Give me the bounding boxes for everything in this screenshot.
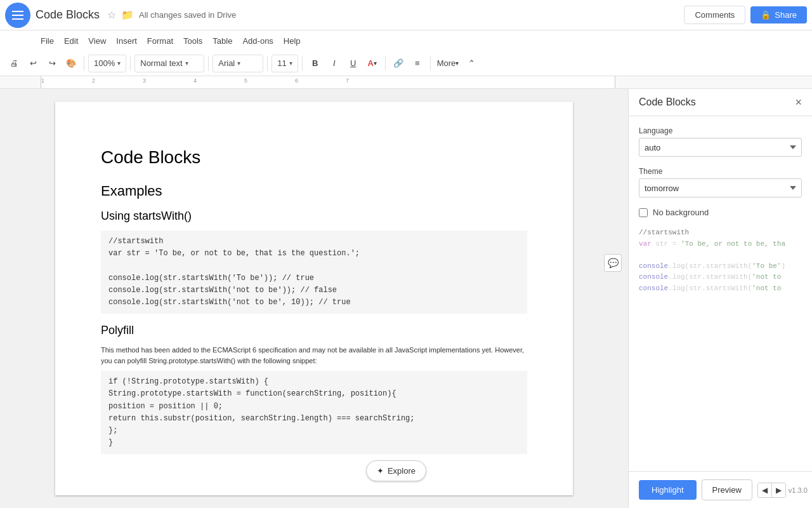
folder-icon[interactable]: 📁 <box>121 9 134 21</box>
language-label: Language <box>639 126 802 135</box>
code-block-1: //startswith var str = 'To be, or not to… <box>101 231 527 314</box>
sidebar-title: Code Blocks <box>639 97 696 108</box>
chevron-down-icon: ▾ <box>455 60 459 67</box>
code-line: String.prototype.startsWith = function(s… <box>108 388 520 400</box>
startswith-heading: Using startsWith() <box>101 210 527 223</box>
list-icon: ≡ <box>415 58 420 68</box>
theme-label: Theme <box>639 167 802 176</box>
menu-view[interactable]: View <box>83 34 111 48</box>
undo-button[interactable]: ↩ <box>24 55 42 72</box>
preview-line-5: console.log(str.startsWith('not to <box>639 272 802 283</box>
menu-insert[interactable]: Insert <box>111 34 142 48</box>
font-size-dropdown[interactable]: 11 ▾ <box>272 55 298 72</box>
code-line: if (!String.prototype.startsWith) { <box>108 376 520 388</box>
preview-line-6: console.log(str.startsWith('not to <box>639 283 802 295</box>
explore-icon: ✦ <box>377 466 384 476</box>
language-select[interactable]: auto <box>639 138 802 157</box>
more-button[interactable]: More ▾ <box>435 55 462 72</box>
font-color-icon: A <box>368 58 374 68</box>
print-icon: 🖨 <box>10 58 18 68</box>
preview-line-2: var str = 'To be, or not to be, tha <box>639 239 802 250</box>
italic-icon: I <box>333 58 336 68</box>
menu-file[interactable]: File <box>36 34 59 48</box>
code-line: position = position || 0; <box>108 401 520 413</box>
preview-line-3 <box>639 250 802 261</box>
divider-7 <box>430 56 431 71</box>
version-info: ◀ ▶ v1.3.0 <box>757 483 808 498</box>
comment-icon: 💬 <box>608 258 619 268</box>
menu-help[interactable]: Help <box>278 34 306 48</box>
doc-title-heading: Code Blocks <box>101 147 527 168</box>
autosave-status: All changes saved in Drive <box>139 10 236 20</box>
chevron-down-icon: ▾ <box>237 60 240 67</box>
preview-line-4: console.log(str.startsWith('To be') <box>639 261 802 272</box>
highlight-button[interactable]: Highlight <box>639 480 697 500</box>
code-line: //startswith <box>108 236 520 248</box>
share-button[interactable]: 🔒 Share <box>750 6 807 23</box>
preview-line-1: //startswith <box>639 227 802 239</box>
underline-icon: U <box>350 58 356 68</box>
redo-icon: ↪ <box>49 58 56 68</box>
menu-table[interactable]: Table <box>207 34 237 48</box>
menu-format[interactable]: Format <box>142 34 178 48</box>
code-line: } <box>108 437 520 449</box>
comment-bubble[interactable]: 💬 <box>604 254 622 272</box>
toolbar: 🖨 ↩ ↪ 🎨 100% ▾ Normal text ▾ Arial ▾ 11 … <box>0 51 812 76</box>
divider-2 <box>130 56 131 71</box>
sidebar-close-button[interactable]: × <box>795 97 802 108</box>
polyfill-text: This method has been added to the ECMASc… <box>101 345 527 366</box>
style-dropdown[interactable]: Normal text ▾ <box>134 55 204 72</box>
menu-button[interactable] <box>5 3 30 28</box>
version-prev-button[interactable]: ◀ <box>758 483 772 497</box>
no-background-row: No background <box>639 208 802 217</box>
divider-6 <box>385 56 386 71</box>
undo-icon: ↩ <box>30 58 37 68</box>
code-line: console.log(str.startsWith('not to be', … <box>108 297 520 309</box>
menu-edit[interactable]: Edit <box>59 34 83 48</box>
list-button[interactable]: ≡ <box>409 55 426 72</box>
bold-button[interactable]: B <box>306 55 324 72</box>
version-label: v1.3.0 <box>789 486 808 494</box>
document-area[interactable]: Code Blocks Examples Using startsWith() … <box>0 89 628 508</box>
polyfill-heading: Polyfill <box>101 324 527 337</box>
star-icon[interactable]: ☆ <box>107 9 116 21</box>
chevron-down-icon: ▾ <box>185 60 188 67</box>
link-button[interactable]: 🔗 <box>390 55 407 72</box>
comments-button[interactable]: Comments <box>684 6 745 24</box>
sidebar-content: Language auto Theme tomorrow No backgrou… <box>629 116 812 471</box>
collapse-toolbar-button[interactable]: ⌃ <box>462 55 480 72</box>
code-line: console.log(str.startsWith('To be')); //… <box>108 272 520 284</box>
paint-format-button[interactable]: 🎨 <box>62 55 80 72</box>
sidebar: Code Blocks × Language auto Theme tomorr… <box>628 89 812 508</box>
code-line: var str = 'To be, or not to be, that is … <box>108 248 520 260</box>
lock-icon: 🔒 <box>761 10 771 20</box>
font-dropdown[interactable]: Arial ▾ <box>213 55 263 72</box>
explore-button[interactable]: ✦ Explore <box>366 460 426 481</box>
zoom-dropdown[interactable]: 100% ▾ <box>88 55 126 72</box>
top-bar-right: Comments 🔒 Share <box>684 6 807 24</box>
divider-5 <box>302 56 303 71</box>
code-line: return this.substr(position, searchStrin… <box>108 413 520 425</box>
chevron-down-icon: ▾ <box>374 60 377 67</box>
italic-button[interactable]: I <box>325 55 343 72</box>
print-button[interactable]: 🖨 <box>5 55 23 72</box>
underline-button[interactable]: U <box>344 55 362 72</box>
redo-button[interactable]: ↪ <box>43 55 61 72</box>
menu-addons[interactable]: Add-ons <box>237 34 278 48</box>
version-next-button[interactable]: ▶ <box>772 483 785 497</box>
font-color-button[interactable]: A ▾ <box>363 55 381 72</box>
code-line <box>108 260 520 272</box>
code-line: }; <box>108 425 520 437</box>
code-block-2: if (!String.prototype.startsWith) { Stri… <box>101 371 527 454</box>
menu-bar: File Edit View Insert Format Tools Table… <box>0 30 812 51</box>
examples-heading: Examples <box>101 183 527 199</box>
menu-tools[interactable]: Tools <box>178 34 207 48</box>
chevron-down-icon: ▾ <box>117 60 121 67</box>
theme-select[interactable]: tomorrow <box>639 178 802 197</box>
sidebar-header: Code Blocks × <box>629 89 812 116</box>
no-background-checkbox[interactable] <box>639 208 648 217</box>
ruler-inner: 1 2 3 4 5 6 7 <box>41 76 615 88</box>
ruler: 1 2 3 4 5 6 7 <box>0 76 812 89</box>
preview-button[interactable]: Preview <box>702 479 752 500</box>
paint-icon: 🎨 <box>66 58 76 68</box>
